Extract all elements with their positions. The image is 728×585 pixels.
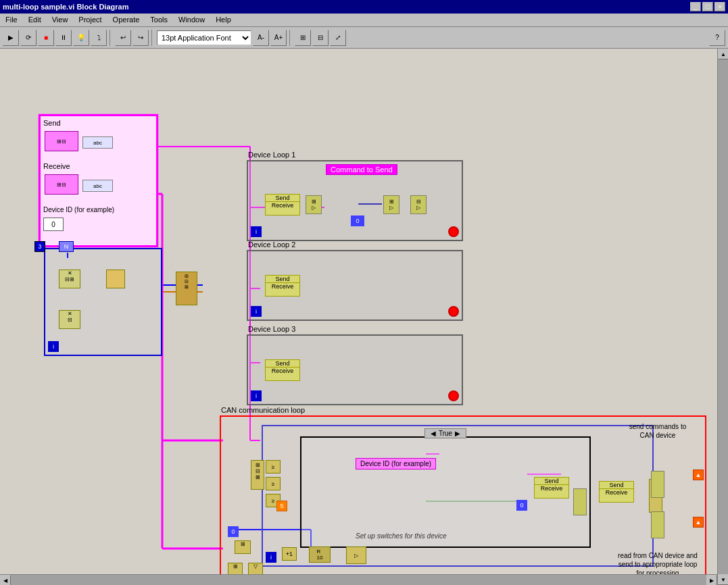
can-inner-i: i: [266, 552, 276, 563]
title-bar: multi-loop sample.vi Block Diagram _ □ ×: [0, 0, 728, 14]
can-right-arrow2: ▲: [693, 517, 704, 528]
can-compare-1: ≥: [266, 460, 281, 474]
n-terminal: N: [59, 241, 74, 252]
send-receive-node-2: Send Receive: [265, 275, 300, 297]
font-selector[interactable]: 13pt Application Font: [157, 30, 251, 45]
scroll-down-btn[interactable]: ▼: [718, 574, 728, 585]
scroll-right-btn[interactable]: ▶: [706, 575, 717, 585]
undo-btn[interactable]: ↩: [115, 30, 131, 46]
receive-control-label: Receive: [43, 162, 70, 170]
can-queue-1: ⊞⊟⊠: [251, 460, 264, 490]
toolbar: ▶ ⟳ ■ ⏸ 💡 ⤵ ↩ ↪ 13pt Application Font A-…: [0, 27, 728, 49]
dl1-connector2: ⊞▷: [383, 195, 399, 214]
scroll-up-btn[interactable]: ▲: [718, 49, 728, 59]
menu-file[interactable]: File: [0, 15, 23, 25]
receive-type-indicator: abc: [82, 180, 113, 192]
menu-tools[interactable]: Tools: [145, 15, 173, 25]
n-value-box: 3: [34, 241, 45, 252]
menu-project[interactable]: Project: [73, 15, 107, 25]
device-loop-1-box: Device Loop 1 Command to Send Send Recei…: [247, 160, 463, 241]
can-zero-bottom: 0: [228, 526, 239, 537]
can-loop-outer: CAN communication loop ◀True▶ Device ID …: [220, 415, 706, 585]
for-loop-node1: ✕ ⊟⊞: [59, 270, 80, 288]
step-over-btn[interactable]: ⤵: [91, 30, 107, 46]
dl3-stop-button[interactable]: [448, 390, 459, 401]
redo-btn[interactable]: ↪: [132, 30, 149, 46]
can-bottom-node1: ⊞: [235, 540, 251, 554]
send-commands-annotation: send commands to CAN device: [624, 422, 691, 440]
abort-btn[interactable]: ■: [38, 30, 54, 46]
scroll-track-h[interactable]: [11, 575, 706, 585]
menu-operate[interactable]: Operate: [107, 15, 145, 25]
font-size-inc[interactable]: A+: [270, 30, 287, 46]
highlight-btn[interactable]: 💡: [73, 30, 89, 46]
device-loop-3-label: Device Loop 3: [248, 325, 295, 333]
run-continuously-btn[interactable]: ⟳: [20, 30, 37, 46]
can-zero-val: 0: [516, 500, 527, 511]
left-panel-box: Send ⊞⊟ abc Receive ⊞⊟ abc Device ID (fo…: [39, 115, 157, 247]
can-increment: +1: [282, 547, 297, 561]
device-loop-2-box: Device Loop 2 Send Receive i: [247, 250, 463, 321]
dl2-i-terminal: i: [251, 306, 262, 317]
case-selector: ◀True▶: [424, 428, 466, 438]
close-button[interactable]: ×: [714, 2, 725, 11]
dl1-i-terminal: i: [251, 226, 262, 237]
window-controls[interactable]: _ □ ×: [690, 2, 725, 11]
pause-btn[interactable]: ⏸: [55, 30, 72, 46]
dl1-stop-button[interactable]: [448, 226, 459, 237]
menu-help[interactable]: Help: [210, 15, 237, 25]
i-terminal: i: [48, 341, 59, 352]
send-terminal: ⊞⊟: [45, 131, 78, 151]
maximize-button[interactable]: □: [702, 2, 713, 11]
can-out-connector2: [651, 511, 664, 538]
dl1-connector3: ⊟▷: [410, 195, 427, 214]
for-loop-node2: ✕ ⊟: [59, 310, 80, 329]
command-to-send-label: Command to Send: [326, 164, 397, 175]
dl2-stop-button[interactable]: [448, 306, 459, 317]
align-btn[interactable]: ⊞: [295, 30, 311, 46]
can-array-out: [573, 488, 587, 515]
dl3-i-terminal: i: [251, 390, 262, 401]
can-right-arrow1: ▲: [693, 469, 704, 480]
can-loop-label: CAN communication loop: [221, 406, 305, 414]
device-id-node: Device ID (for example): [356, 458, 436, 469]
five-const: 5: [276, 501, 287, 511]
menu-edit[interactable]: Edit: [23, 15, 47, 25]
scroll-left-btn[interactable]: ◀: [0, 575, 11, 585]
can-send-receive-node: Send Receive: [534, 477, 569, 499]
dl1-connector1: ⊞▷: [306, 195, 322, 214]
toolbar-sep-2: [151, 30, 154, 46]
scroll-track-v[interactable]: [718, 59, 728, 574]
send-receive-node-3: Send Receive: [265, 359, 300, 381]
set-up-switches-label: Set up switches for this device: [356, 532, 447, 540]
distribute-btn[interactable]: ⊟: [312, 30, 329, 46]
toolbar-sep-1: [110, 30, 112, 46]
minimize-button[interactable]: _: [690, 2, 701, 11]
device-loop-2-label: Device Loop 2: [248, 240, 295, 249]
window-title: multi-loop sample.vi Block Diagram: [3, 3, 128, 11]
device-loop-3-box: Device Loop 3 Send Receive i: [247, 334, 463, 405]
help-btn[interactable]: ?: [709, 30, 725, 46]
send-control-label: Send: [43, 119, 61, 127]
for-loop-box: N 3 ✕ ⊟⊞ ✕ ⊟ i: [44, 248, 162, 356]
can-out-send-receive: Send Receive: [599, 481, 634, 503]
scrollbar-vertical[interactable]: ▲ ▼: [717, 49, 728, 585]
receive-terminal: ⊞⊟: [45, 174, 78, 195]
menu-window[interactable]: Window: [173, 15, 210, 25]
send-receive-node-1: Send Receive: [265, 194, 300, 215]
run-arrow-btn[interactable]: ▶: [3, 30, 19, 46]
can-inner-while: ◀True▶ Device ID (for example) Set up sw…: [262, 425, 654, 567]
case-structure: ◀True▶ Device ID (for example) Set up sw…: [300, 436, 591, 548]
canvas[interactable]: Send ⊞⊟ abc Receive ⊞⊟ abc Device ID (fo…: [0, 49, 728, 585]
can-ramp: ▷: [346, 546, 366, 564]
font-size-dec[interactable]: A-: [253, 30, 269, 46]
for-loop-array: [106, 270, 125, 288]
menu-view[interactable]: View: [47, 15, 74, 25]
device-loop-1-label: Device Loop 1: [248, 151, 295, 159]
toolbar-sep-3: [289, 30, 292, 46]
menu-bar: File Edit View Project Operate Tools Win…: [0, 14, 728, 27]
can-compare-2: ≥: [266, 477, 281, 490]
send-type-indicator: abc: [82, 136, 113, 149]
resize-btn[interactable]: ⤢: [330, 30, 346, 46]
scrollbar-horizontal[interactable]: ◀ ▶: [0, 574, 717, 585]
